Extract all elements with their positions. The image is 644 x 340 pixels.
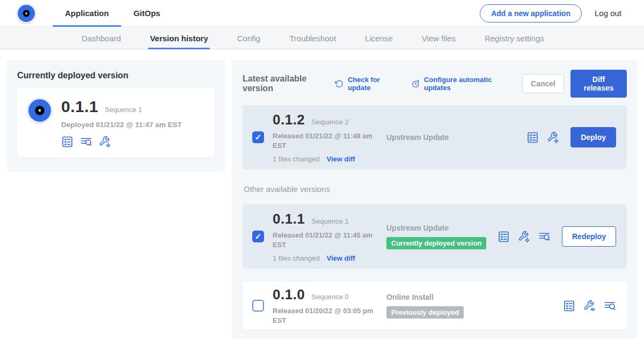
deployed-version-number: 0.1.1 — [61, 98, 98, 116]
currently-deployed-title: Currently deployed version — [17, 71, 215, 80]
diff-releases-button[interactable]: Diff releases — [570, 70, 627, 98]
version-number: 0.1.1 — [273, 211, 305, 227]
subnav-tab-registry-settings[interactable]: Registry settings — [470, 27, 559, 49]
version-info: 0.1.2 Sequence 2 Released 01/21/22 @ 11:… — [273, 112, 386, 162]
top-nav-tabs: Application GitOps — [53, 0, 173, 27]
version-actions: Deploy — [526, 127, 616, 147]
source-label: Online Install — [386, 293, 563, 301]
preflight-checks-icon[interactable] — [526, 131, 539, 144]
subnav-tab-view-files[interactable]: View files — [407, 27, 470, 49]
preflight-checks-icon[interactable] — [497, 231, 510, 243]
view-config-icon[interactable] — [583, 300, 596, 312]
deploy-logs-icon[interactable] — [604, 300, 616, 312]
deploy-button[interactable]: Deploy — [570, 127, 616, 147]
version-source: Upstream Update — [386, 133, 526, 142]
app-logo — [16, 3, 36, 24]
check-for-update-link[interactable]: Check for update — [335, 76, 397, 92]
deployed-version-card: 0.1.1 Sequence 1 Deployed 01/21/22 @ 11:… — [17, 88, 215, 158]
configure-automatic-updates-link[interactable]: Configure automatic updates — [411, 76, 508, 92]
latest-available-title: Latest available version — [243, 74, 327, 93]
deploy-logs-icon[interactable] — [80, 136, 92, 148]
edit-config-icon[interactable] — [99, 136, 111, 148]
subnav-tab-dashboard[interactable]: Dashboard — [67, 27, 135, 49]
files-changed-label: 1 files changed — [273, 155, 319, 163]
tab-gitops[interactable]: GitOps — [121, 0, 173, 27]
version-row-0-1-0: 0.1.0 Sequence 0 Released 01/20/22 @ 03:… — [243, 282, 627, 330]
version-checkbox[interactable]: ✓ — [252, 231, 264, 242]
deployed-timestamp: Deployed 01/21/22 @ 11:47 am EST — [61, 121, 182, 129]
check-for-update-label: Check for update — [348, 76, 397, 92]
add-new-application-button[interactable]: Add a new application — [480, 4, 582, 23]
version-source: Online Install Previously deployed — [386, 293, 563, 319]
available-header: Latest available version Check for updat… — [243, 70, 627, 98]
sequence-label: Sequence 2 — [311, 118, 348, 126]
logout-link[interactable]: Log out — [595, 9, 621, 18]
kubernetes-logo-icon — [18, 5, 35, 22]
app-sub-nav: Dashboard Version history Config Trouble… — [0, 27, 644, 49]
version-row-0-1-1: ✓ 0.1.1 Sequence 1 Released 01/21/22 @ 1… — [243, 204, 627, 269]
subnav-tab-license[interactable]: License — [350, 27, 407, 49]
view-diff-link[interactable]: View diff — [326, 254, 355, 262]
version-source: Upstream Update Currently deployed versi… — [386, 224, 497, 249]
version-info: 0.1.1 Sequence 1 Released 01/21/22 @ 11:… — [273, 211, 386, 262]
version-number: 0.1.2 — [273, 112, 305, 128]
deploy-logs-icon[interactable] — [538, 231, 551, 243]
released-timestamp: Released 01/21/22 @ 11:48 am EST — [273, 131, 380, 150]
available-versions-panel: Latest available version Check for updat… — [232, 60, 638, 338]
released-timestamp: Released 01/21/22 @ 11:45 am EST — [273, 231, 380, 249]
other-available-versions-heading: Other available versions — [244, 184, 627, 194]
source-label: Upstream Update — [386, 224, 497, 232]
version-actions: Redeploy — [497, 226, 616, 247]
preflight-checks-icon[interactable] — [563, 300, 575, 312]
subnav-tab-troubleshoot[interactable]: Troubleshoot — [275, 27, 350, 49]
deployed-version-details: 0.1.1 Sequence 1 Deployed 01/21/22 @ 11:… — [61, 98, 182, 148]
top-nav: Application GitOps Add a new application… — [0, 0, 644, 27]
tab-application[interactable]: Application — [53, 0, 121, 27]
deployed-sequence-label: Sequence 1 — [105, 106, 142, 114]
version-checkbox[interactable]: ✓ — [252, 131, 264, 143]
main-content: Currently deployed version 0.1.1 Sequenc… — [0, 49, 644, 340]
currently-deployed-badge: Currently deployed version — [386, 237, 486, 249]
deployed-app-logo — [27, 98, 53, 123]
sequence-label: Sequence 0 — [311, 293, 348, 301]
cancel-button[interactable]: Cancel — [522, 74, 564, 93]
subnav-tab-config[interactable]: Config — [223, 27, 275, 49]
version-checkbox[interactable] — [252, 300, 264, 312]
edit-config-icon[interactable] — [518, 231, 530, 243]
view-diff-link[interactable]: View diff — [326, 155, 355, 163]
source-label: Upstream Update — [386, 133, 526, 142]
files-changed-label: 1 files changed — [273, 254, 319, 262]
subnav-tab-version-history[interactable]: Version history — [135, 27, 222, 49]
version-actions — [563, 300, 616, 312]
configure-automatic-updates-label: Configure automatic updates — [424, 76, 508, 92]
edit-config-icon[interactable] — [547, 131, 559, 144]
kubernetes-logo-icon — [28, 99, 51, 122]
sequence-label: Sequence 1 — [311, 217, 348, 225]
version-number: 0.1.0 — [273, 286, 305, 303]
schedule-clock-icon — [411, 79, 420, 89]
redeploy-button[interactable]: Redeploy — [562, 226, 616, 247]
version-row-0-1-2: ✓ 0.1.2 Sequence 2 Released 01/21/22 @ 1… — [243, 105, 627, 169]
previously-deployed-badge: Previously deployed — [386, 306, 464, 319]
currently-deployed-panel: Currently deployed version 0.1.1 Sequenc… — [6, 60, 225, 172]
preflight-checks-icon[interactable] — [61, 136, 74, 148]
refresh-icon — [335, 79, 344, 89]
released-timestamp: Released 01/20/22 @ 03:05 pm EST — [273, 306, 380, 325]
version-info: 0.1.0 Sequence 0 Released 01/20/22 @ 03:… — [273, 286, 386, 325]
